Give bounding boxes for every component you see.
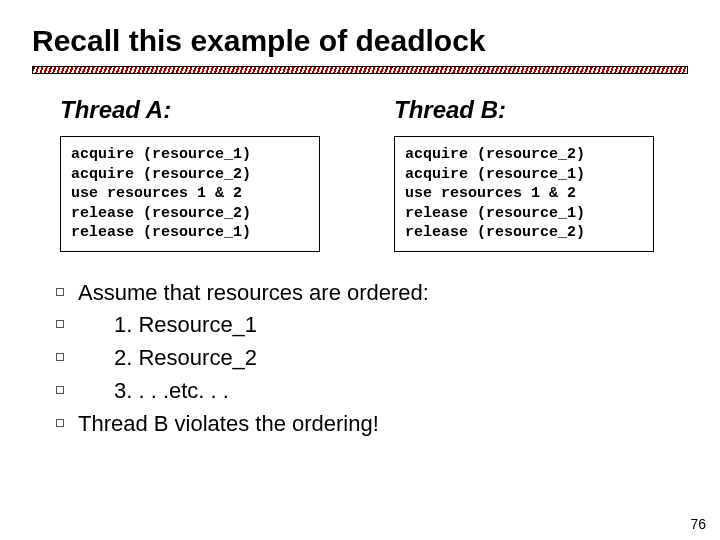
- bullet-r3: 3. . . .etc. . .: [78, 376, 229, 407]
- page-number: 76: [690, 516, 706, 532]
- thread-b-column: Thread B: acquire (resource_2) acquire (…: [394, 96, 688, 252]
- thread-a-code: acquire (resource_1) acquire (resource_2…: [60, 136, 320, 252]
- bullet-icon: [56, 386, 64, 394]
- list-item: Assume that resources are ordered:: [56, 278, 688, 309]
- code-columns: Thread A: acquire (resource_1) acquire (…: [32, 96, 688, 252]
- bullet-r2: 2. Resource_2: [78, 343, 257, 374]
- bullet-icon: [56, 320, 64, 328]
- thread-b-code: acquire (resource_2) acquire (resource_1…: [394, 136, 654, 252]
- list-item: 3. . . .etc. . .: [56, 376, 688, 407]
- slide: Recall this example of deadlock Thread A…: [0, 0, 720, 540]
- bullet-icon: [56, 288, 64, 296]
- list-item: 2. Resource_2: [56, 343, 688, 374]
- slide-title: Recall this example of deadlock: [32, 24, 688, 58]
- bullet-r1: 1. Resource_1: [78, 310, 257, 341]
- list-item: Thread B violates the ordering!: [56, 409, 688, 440]
- thread-a-heading: Thread A:: [60, 96, 354, 124]
- thread-a-column: Thread A: acquire (resource_1) acquire (…: [60, 96, 354, 252]
- bullet-violates: Thread B violates the ordering!: [78, 409, 379, 440]
- bullet-assume: Assume that resources are ordered:: [78, 278, 429, 309]
- list-item: 1. Resource_1: [56, 310, 688, 341]
- thread-b-heading: Thread B:: [394, 96, 688, 124]
- bullet-list: Assume that resources are ordered: 1. Re…: [32, 278, 688, 440]
- bullet-icon: [56, 353, 64, 361]
- bullet-icon: [56, 419, 64, 427]
- title-divider: [32, 66, 688, 74]
